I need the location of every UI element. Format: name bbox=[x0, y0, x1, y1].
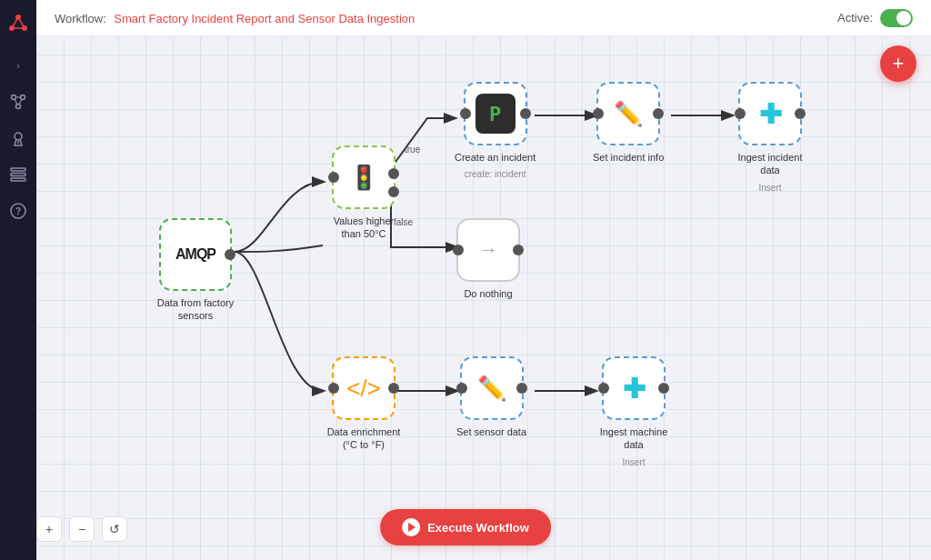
router-node[interactable]: 🚦 Values higher than 50°C bbox=[323, 145, 405, 241]
zoom-controls: + − ↺ bbox=[36, 516, 127, 542]
execute-workflow-button[interactable]: Execute Workflow bbox=[380, 509, 551, 545]
set-sensor-icon: ✏️ bbox=[477, 375, 506, 403]
ingest-machine-label: Ingest machine data bbox=[593, 425, 675, 452]
ingest-incident-sublabel: Insert bbox=[758, 183, 781, 193]
pencil-icon: ✏️ bbox=[614, 100, 643, 128]
sidebar-logo[interactable] bbox=[5, 9, 32, 36]
ingest-machine-sublabel: Insert bbox=[622, 457, 645, 467]
svg-rect-16 bbox=[11, 178, 25, 181]
active-toggle[interactable] bbox=[880, 9, 913, 27]
do-nothing-node[interactable]: → Do nothing bbox=[456, 218, 520, 300]
amqp-icon: AMQP bbox=[175, 246, 215, 263]
data-enrichment-node[interactable]: </> Data enrichment (°C to °F) bbox=[323, 356, 405, 452]
zoom-in-button[interactable]: + bbox=[36, 516, 62, 542]
ingest-incident-node[interactable]: ✚ Ingest incident data Insert bbox=[729, 82, 811, 193]
workflow-title: Workflow: Smart Factory Incident Report … bbox=[55, 10, 415, 26]
add-node-button[interactable]: + bbox=[880, 45, 916, 82]
ingest-machine-icon: ✚ bbox=[623, 373, 646, 405]
set-sensor-node[interactable]: ✏️ Set sensor data bbox=[456, 356, 526, 438]
amqp-label: Data from factory sensors bbox=[155, 296, 236, 323]
svg-line-10 bbox=[15, 99, 17, 105]
active-toggle-area: Active: bbox=[837, 9, 913, 27]
svg-point-8 bbox=[16, 105, 21, 109]
execute-play-icon bbox=[402, 518, 420, 536]
db-plus-icon: ✚ bbox=[759, 98, 782, 130]
sidebar-item-credentials[interactable] bbox=[7, 127, 29, 149]
data-enrichment-label: Data enrichment (°C to °F) bbox=[323, 425, 405, 452]
workflow-name: Smart Factory Incident Report and Sensor… bbox=[114, 12, 415, 25]
sidebar-expand[interactable]: › bbox=[7, 55, 29, 76]
svg-line-11 bbox=[19, 99, 22, 105]
svg-rect-15 bbox=[11, 174, 25, 176]
pagerduty-icon: P bbox=[476, 94, 516, 134]
svg-text:true: true bbox=[405, 145, 421, 155]
reset-view-button[interactable]: ↺ bbox=[102, 516, 127, 542]
header: Workflow: Smart Factory Incident Report … bbox=[36, 0, 931, 36]
code-icon: </> bbox=[346, 375, 381, 403]
create-incident-node[interactable]: P Create an incident create: incident bbox=[455, 82, 536, 179]
set-incident-node[interactable]: ✏️ Set incident info bbox=[593, 82, 664, 164]
sidebar-item-nodes[interactable] bbox=[7, 91, 29, 113]
set-incident-label: Set incident info bbox=[593, 151, 664, 164]
sidebar-item-help[interactable]: ? bbox=[7, 200, 29, 222]
set-sensor-label: Set sensor data bbox=[456, 425, 526, 438]
svg-point-12 bbox=[15, 133, 22, 140]
ingest-machine-node[interactable]: ✚ Ingest machine data Insert bbox=[593, 356, 675, 467]
svg-point-7 bbox=[21, 95, 25, 100]
router-icon: 🚦 bbox=[349, 164, 378, 192]
create-incident-label: Create an incident bbox=[455, 151, 536, 164]
sidebar-item-executions[interactable] bbox=[7, 164, 29, 185]
workflow-canvas[interactable]: true false AMQP Data from factory sensor… bbox=[36, 0, 931, 560]
execute-label: Execute Workflow bbox=[427, 521, 529, 535]
router-label: Values higher than 50°C bbox=[323, 215, 405, 241]
zoom-out-button[interactable]: − bbox=[69, 516, 95, 542]
active-label: Active: bbox=[837, 11, 873, 25]
sidebar: › ? bbox=[0, 0, 36, 560]
svg-text:?: ? bbox=[15, 206, 21, 216]
do-nothing-label: Do nothing bbox=[464, 287, 512, 300]
svg-point-6 bbox=[12, 95, 16, 100]
svg-rect-14 bbox=[11, 168, 25, 171]
create-incident-sublabel: create: incident bbox=[465, 169, 526, 179]
svg-line-4 bbox=[18, 17, 25, 28]
ingest-incident-label: Ingest incident data bbox=[729, 151, 811, 177]
amqp-node[interactable]: AMQP Data from factory sensors bbox=[155, 218, 236, 323]
noop-icon: → bbox=[478, 238, 498, 262]
svg-line-3 bbox=[12, 17, 18, 28]
